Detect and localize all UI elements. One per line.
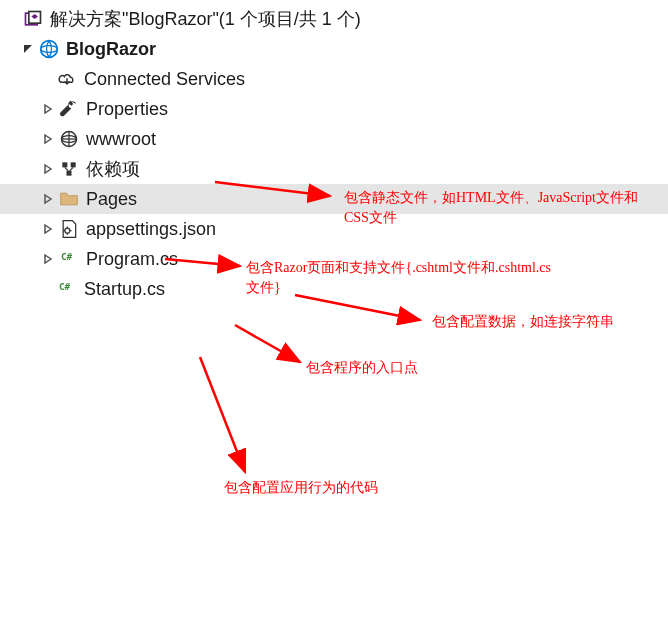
svg-rect-8 <box>62 162 67 167</box>
dependencies-label: 依赖项 <box>86 157 140 181</box>
svg-rect-10 <box>67 171 72 176</box>
svg-point-2 <box>41 41 58 58</box>
wrench-icon <box>58 98 80 120</box>
annotation-program: 包含程序的入口点 <box>306 358 418 378</box>
solution-node[interactable]: 解决方案"BlogRazor"(1 个项目/共 1 个) <box>0 4 668 34</box>
svg-line-11 <box>65 167 68 170</box>
globe-icon <box>58 128 80 150</box>
properties-label: Properties <box>86 99 168 120</box>
connected-services-label: Connected Services <box>84 69 245 90</box>
expand-icon[interactable] <box>40 221 56 237</box>
wwwroot-label: wwwroot <box>86 129 156 150</box>
cloud-icon <box>56 68 78 90</box>
startup-label: Startup.cs <box>84 279 165 300</box>
collapse-icon[interactable] <box>20 41 36 57</box>
csharp-icon: C# <box>56 278 78 300</box>
connected-services-node[interactable]: Connected Services <box>0 64 668 94</box>
project-label: BlogRazor <box>66 39 156 60</box>
arrow-startup <box>190 352 260 482</box>
svg-line-19 <box>235 325 300 362</box>
solution-label: 解决方案"BlogRazor"(1 个项目/共 1 个) <box>50 7 361 31</box>
svg-text:C#: C# <box>59 281 71 292</box>
annotation-appsettings: 包含配置数据，如连接字符串 <box>432 312 614 332</box>
dependencies-node[interactable]: 依赖项 <box>0 154 668 184</box>
properties-node[interactable]: Properties <box>0 94 668 124</box>
svg-rect-9 <box>71 162 76 167</box>
annotation-wwwroot: 包含静态文件，如HTML文件、JavaScript文件和CSS文件 <box>344 188 654 227</box>
annotation-pages: 包含Razor页面和支持文件{.cshtml文件和.cshtml.cs文件} <box>246 258 556 297</box>
program-label: Program.cs <box>86 249 178 270</box>
expand-icon[interactable] <box>40 161 56 177</box>
svg-line-20 <box>200 357 245 472</box>
solution-icon <box>22 8 44 30</box>
expand-placeholder <box>4 11 20 27</box>
appsettings-label: appsettings.json <box>86 219 216 240</box>
expand-icon[interactable] <box>40 101 56 117</box>
csharp-icon: C# <box>58 248 80 270</box>
pages-label: Pages <box>86 189 137 210</box>
expand-icon[interactable] <box>40 131 56 147</box>
arrow-program <box>230 320 310 370</box>
project-icon <box>38 38 60 60</box>
folder-icon <box>58 188 80 210</box>
expand-icon[interactable] <box>40 251 56 267</box>
dependencies-icon <box>58 158 80 180</box>
svg-text:C#: C# <box>61 251 73 262</box>
project-node[interactable]: BlogRazor <box>0 34 668 64</box>
json-icon <box>58 218 80 240</box>
svg-line-12 <box>70 167 73 170</box>
expand-icon[interactable] <box>40 191 56 207</box>
wwwroot-node[interactable]: wwwroot <box>0 124 668 154</box>
annotation-startup: 包含配置应用行为的代码 <box>224 478 378 498</box>
